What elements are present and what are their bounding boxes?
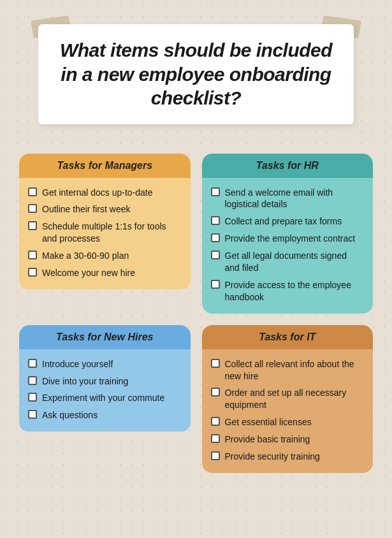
list-item: Dive into your training xyxy=(28,375,182,388)
list-item-text: Make a 30-60-90 plan xyxy=(42,250,129,262)
checkbox-icon[interactable] xyxy=(211,187,220,196)
list-item-text: Get internal docs up-to-date xyxy=(42,187,153,199)
section-body-hr: Send a welcome email with logistical det… xyxy=(202,178,374,314)
list-item: Ask questions xyxy=(28,409,182,421)
checklist-newhires: Introduce yourselfDive into your trainin… xyxy=(28,358,182,422)
section-it: Tasks for ITCollect all relevant info ab… xyxy=(202,325,374,473)
list-item: Provide the employment contract xyxy=(211,233,365,245)
list-item: Welcome your new hire xyxy=(28,267,182,279)
list-item: Get essential licenses xyxy=(211,416,365,428)
list-item: Outline their first week xyxy=(28,203,182,215)
list-item: Provide basic training xyxy=(211,433,365,446)
list-item-text: Provide basic training xyxy=(225,433,310,446)
list-item: Introduce yourself xyxy=(28,358,182,370)
list-item-text: Dive into your training xyxy=(42,375,128,388)
checkbox-icon[interactable] xyxy=(211,233,220,242)
list-item: Provide access to the employee handbook xyxy=(211,279,365,303)
list-item: Get all legal documents signed and filed xyxy=(211,250,365,274)
list-item: Send a welcome email with logistical det… xyxy=(211,187,365,211)
page-wrapper: What items should be included in a new e… xyxy=(0,0,392,538)
checklist-hr: Send a welcome email with logistical det… xyxy=(211,187,365,303)
checkbox-icon[interactable] xyxy=(211,434,220,443)
list-item: Collect all relevant info about the new … xyxy=(211,358,365,382)
checkbox-icon[interactable] xyxy=(28,187,37,196)
checklist-managers: Get internal docs up-to-dateOutline thei… xyxy=(28,187,182,279)
list-item-text: Outline their first week xyxy=(42,203,131,215)
list-item-text: Ask questions xyxy=(42,409,98,421)
section-header-managers: Tasks for Managers xyxy=(19,154,191,178)
section-hr: Tasks for HRSend a welcome email with lo… xyxy=(202,154,374,314)
section-body-it: Collect all relevant info about the new … xyxy=(202,349,374,473)
header-area: What items should be included in a new e… xyxy=(19,13,373,136)
list-item-text: Send a welcome email with logistical det… xyxy=(225,187,365,211)
checkbox-icon[interactable] xyxy=(211,280,220,289)
checkbox-icon[interactable] xyxy=(28,221,37,230)
list-item-text: Order and set up all necessary equipment xyxy=(225,387,365,411)
section-body-managers: Get internal docs up-to-dateOutline thei… xyxy=(19,178,191,289)
list-item-text: Collect all relevant info about the new … xyxy=(225,358,365,382)
checkbox-icon[interactable] xyxy=(211,417,220,426)
list-item-text: Provide security training xyxy=(225,451,320,463)
checkbox-icon[interactable] xyxy=(28,251,37,259)
list-item-text: Provide the employment contract xyxy=(225,233,356,245)
section-newhires: Tasks for New HiresIntroduce yourselfDiv… xyxy=(19,325,191,473)
checklist-it: Collect all relevant info about the new … xyxy=(211,358,365,463)
main-title: What items should be included in a new e… xyxy=(54,38,338,110)
checkbox-icon[interactable] xyxy=(28,204,37,213)
list-item-text: Introduce yourself xyxy=(42,358,113,370)
list-item: Get internal docs up-to-date xyxy=(28,187,182,199)
list-item: Experiment with your commute xyxy=(28,392,182,404)
sections-grid: Tasks for ManagersGet internal docs up-t… xyxy=(19,154,373,473)
list-item-text: Get essential licenses xyxy=(225,416,312,428)
checkbox-icon[interactable] xyxy=(211,251,220,259)
list-item: Order and set up all necessary equipment xyxy=(211,387,365,411)
checkbox-icon[interactable] xyxy=(28,393,37,402)
list-item-text: Provide access to the employee handbook xyxy=(225,279,365,303)
list-item-text: Welcome your new hire xyxy=(42,267,135,279)
checkbox-icon[interactable] xyxy=(211,451,220,460)
checkbox-icon[interactable] xyxy=(28,268,37,277)
checkbox-icon[interactable] xyxy=(211,216,220,225)
section-header-it: Tasks for IT xyxy=(202,325,374,349)
list-item-text: Experiment with your commute xyxy=(42,392,164,404)
title-paper: What items should be included in a new e… xyxy=(38,24,354,124)
list-item-text: Collect and prepare tax forms xyxy=(225,215,342,228)
section-header-newhires: Tasks for New Hires xyxy=(19,325,191,349)
checkbox-icon[interactable] xyxy=(211,388,220,396)
list-item: Collect and prepare tax forms xyxy=(211,215,365,228)
list-item: Make a 30-60-90 plan xyxy=(28,250,182,262)
checkbox-icon[interactable] xyxy=(28,359,37,368)
list-item: Provide security training xyxy=(211,451,365,463)
checkbox-icon[interactable] xyxy=(211,359,220,368)
section-header-hr: Tasks for HR xyxy=(202,154,374,178)
list-item: Schedule multiple 1:1s for tools and pro… xyxy=(28,221,182,245)
checkbox-icon[interactable] xyxy=(28,410,37,419)
section-body-newhires: Introduce yourselfDive into your trainin… xyxy=(19,349,191,432)
checkbox-icon[interactable] xyxy=(28,376,37,385)
list-item-text: Schedule multiple 1:1s for tools and pro… xyxy=(42,221,182,245)
list-item-text: Get all legal documents signed and filed xyxy=(225,250,365,274)
section-managers: Tasks for ManagersGet internal docs up-t… xyxy=(19,154,191,314)
